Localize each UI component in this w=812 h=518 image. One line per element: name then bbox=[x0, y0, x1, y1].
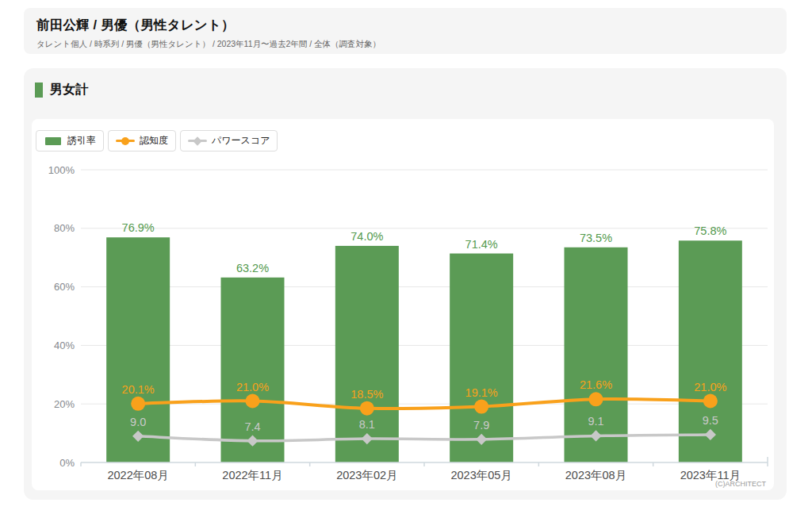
point-value-label: 19.1% bbox=[465, 386, 498, 399]
bar[interactable] bbox=[221, 278, 285, 462]
copyright-note: (C)ARCHITECT bbox=[715, 480, 766, 488]
y-tick-label: 0% bbox=[59, 457, 75, 469]
bar-value-label: 76.9% bbox=[122, 221, 155, 234]
circle-marker[interactable] bbox=[703, 394, 718, 409]
bar-value-label: 71.4% bbox=[465, 238, 498, 251]
point-value-label: 21.0% bbox=[236, 381, 269, 393]
x-tick-label: 2022年08月 bbox=[107, 469, 168, 482]
page-title: 前田公輝 / 男優（男性タレント） bbox=[36, 17, 774, 34]
bar-value-label: 63.2% bbox=[236, 262, 269, 274]
y-tick-label: 100% bbox=[48, 164, 75, 176]
bar-value-label: 75.8% bbox=[694, 224, 726, 237]
x-tick-label: 2023年08月 bbox=[565, 469, 626, 482]
x-tick-label: 2022年11月 bbox=[222, 469, 282, 482]
point-value-label: 9.5 bbox=[703, 414, 718, 427]
bar-value-label: 73.5% bbox=[580, 232, 612, 244]
circle-marker[interactable] bbox=[131, 397, 145, 411]
section-header: 男女計 bbox=[35, 82, 88, 98]
y-tick-label: 80% bbox=[54, 222, 75, 234]
point-value-label: 21.0% bbox=[694, 381, 726, 393]
section-bullet-icon bbox=[35, 82, 43, 98]
bar-value-label: 74.0% bbox=[350, 230, 383, 243]
chart-canvas: 0%20%40%60%80%100%76.9%63.2%74.0%71.4%73… bbox=[32, 119, 774, 490]
circle-marker[interactable] bbox=[474, 400, 488, 414]
x-axis: 2022年08月2022年11月2023年02月2023年05月2023年08月… bbox=[81, 457, 768, 482]
point-value-label: 7.9 bbox=[473, 419, 489, 432]
section-card: 男女計 誘引率 認知度 パワースコア 0%20%40%60%80%100%76.… bbox=[24, 68, 787, 500]
point-value-label: 7.4 bbox=[244, 420, 260, 433]
point-value-label: 9.1 bbox=[588, 415, 603, 428]
point-value-label: 21.6% bbox=[580, 378, 612, 391]
x-tick-label: 2023年02月 bbox=[336, 469, 397, 482]
x-tick-label: 2023年05月 bbox=[450, 469, 511, 482]
y-tick-label: 20% bbox=[54, 398, 75, 410]
section-title: 男女計 bbox=[50, 82, 88, 98]
bar[interactable] bbox=[106, 237, 170, 462]
breadcrumb: タレント個人 / 時系列 / 男優（男性タレント） / 2023年11月〜過去2… bbox=[36, 39, 774, 50]
series-line-circle: 20.1%21.0%18.5%19.1%21.6%21.0% bbox=[122, 378, 727, 415]
circle-marker[interactable] bbox=[589, 392, 603, 406]
point-value-label: 20.1% bbox=[122, 383, 155, 396]
point-value-label: 8.1 bbox=[359, 418, 375, 431]
y-tick-label: 60% bbox=[54, 281, 75, 293]
series-bars: 76.9%63.2%74.0%71.4%73.5%75.8% bbox=[106, 221, 742, 462]
point-value-label: 9.0 bbox=[130, 416, 146, 428]
y-tick-label: 40% bbox=[54, 340, 75, 351]
series-line-diamond: 9.07.48.17.99.19.5 bbox=[130, 414, 718, 447]
point-value-label: 18.5% bbox=[350, 388, 383, 401]
circle-marker[interactable] bbox=[246, 394, 260, 409]
page: 前田公輝 / 男優（男性タレント） タレント個人 / 時系列 / 男優（男性タレ… bbox=[0, 0, 812, 518]
header-card: 前田公輝 / 男優（男性タレント） タレント個人 / 時系列 / 男優（男性タレ… bbox=[24, 8, 787, 54]
chart-card: 誘引率 認知度 パワースコア 0%20%40%60%80%100%76.9%63… bbox=[32, 119, 774, 490]
circle-marker[interactable] bbox=[360, 401, 374, 416]
